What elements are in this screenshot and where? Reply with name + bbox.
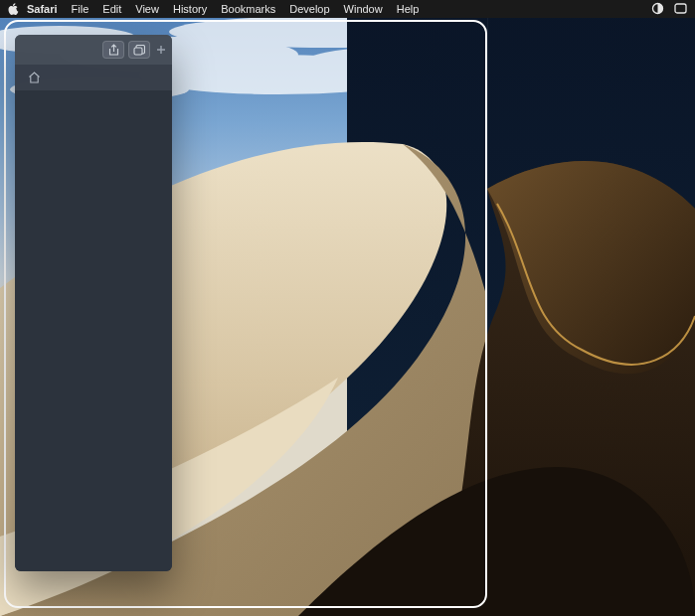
menu-bar: Safari File Edit View History Bookmarks … bbox=[0, 0, 695, 18]
menu-help[interactable]: Help bbox=[397, 3, 420, 15]
menu-edit[interactable]: Edit bbox=[102, 3, 121, 15]
svg-rect-9 bbox=[675, 4, 686, 13]
apple-menu[interactable] bbox=[8, 3, 19, 15]
svg-rect-10 bbox=[134, 48, 142, 55]
menu-window[interactable]: Window bbox=[344, 3, 383, 15]
home-icon bbox=[28, 72, 41, 83]
menu-bookmarks[interactable]: Bookmarks bbox=[221, 3, 275, 15]
menu-develop[interactable]: Develop bbox=[289, 3, 329, 15]
menu-file[interactable]: File bbox=[72, 3, 89, 15]
safari-window bbox=[15, 35, 172, 571]
control-center-icon[interactable] bbox=[674, 3, 687, 16]
app-menus: Safari File Edit View History Bookmarks … bbox=[27, 3, 419, 15]
menu-app-name[interactable]: Safari bbox=[27, 3, 58, 15]
menu-extra-toggle-icon[interactable] bbox=[651, 2, 664, 17]
share-button[interactable] bbox=[102, 41, 124, 59]
safari-toolbar bbox=[15, 35, 172, 65]
safari-tab-bar bbox=[15, 65, 172, 90]
new-tab-button[interactable] bbox=[154, 41, 168, 59]
tabs-overview-button[interactable] bbox=[128, 41, 150, 59]
menu-view[interactable]: View bbox=[135, 3, 159, 15]
safari-content-area[interactable] bbox=[15, 90, 172, 571]
menu-history[interactable]: History bbox=[173, 3, 207, 15]
start-page-tab[interactable] bbox=[23, 69, 45, 86]
